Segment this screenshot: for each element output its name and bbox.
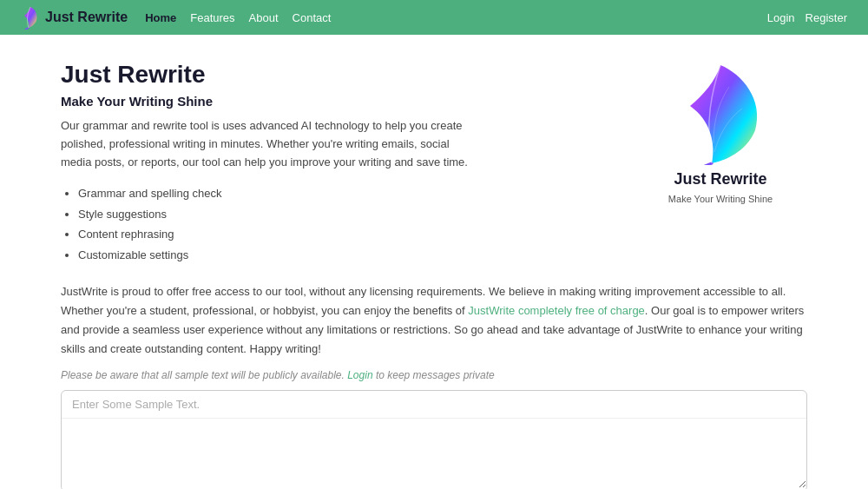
textarea-placeholder-label: Enter Some Sample Text. xyxy=(62,391,806,419)
register-link[interactable]: Register xyxy=(806,11,847,24)
main-container: Just Rewrite Make Your Writing Shine Our… xyxy=(43,35,825,489)
navbar-brand[interactable]: Just Rewrite xyxy=(21,5,128,30)
hero-section: Just Rewrite Make Your Writing Shine Our… xyxy=(61,61,807,265)
nav-contact[interactable]: Contact xyxy=(293,10,332,24)
logo-brand-name: Just Rewrite xyxy=(674,170,766,188)
navbar-left: Just Rewrite Home Features About Contact xyxy=(21,5,331,30)
hero-title: Just Rewrite xyxy=(61,61,477,89)
navbar: Just Rewrite Home Features About Contact… xyxy=(0,0,868,35)
nav-about[interactable]: About xyxy=(249,10,279,24)
nav-home[interactable]: Home xyxy=(145,10,176,24)
info-paragraph: JustWrite is proud to offer free access … xyxy=(61,282,807,359)
logo-tagline: Make Your Writing Shine xyxy=(668,194,773,204)
navbar-links: Home Features About Contact xyxy=(145,10,331,24)
nav-features[interactable]: Features xyxy=(190,10,234,24)
feature-item: Grammar and spelling check xyxy=(78,183,477,203)
hero-logo-area: Just Rewrite Make Your Writing Shine xyxy=(634,61,807,204)
hero-feature-list: Grammar and spelling check Style suggest… xyxy=(61,183,477,265)
logo-illustration xyxy=(660,61,781,165)
hero-description: Our grammar and rewrite tool is uses adv… xyxy=(61,117,477,171)
hero-text: Just Rewrite Make Your Writing Shine Our… xyxy=(61,61,477,265)
notice-after: to keep messages private xyxy=(376,369,495,381)
notice-login-link[interactable]: Login xyxy=(347,369,372,381)
login-link[interactable]: Login xyxy=(767,11,795,24)
hero-feather-icon xyxy=(660,61,781,165)
brand-name: Just Rewrite xyxy=(45,10,128,25)
sample-text-container: Enter Some Sample Text. xyxy=(61,390,807,489)
brand-logo-icon xyxy=(21,5,40,30)
public-notice: Please be aware that all sample text wil… xyxy=(61,369,807,381)
feature-item: Content rephrasing xyxy=(78,224,477,244)
navbar-right: Login Register xyxy=(767,11,847,24)
free-link[interactable]: JustWrite completely free of charge xyxy=(468,304,645,317)
feature-item: Customizable settings xyxy=(78,245,477,265)
hero-subtitle: Make Your Writing Shine xyxy=(61,94,477,109)
notice-before: Please be aware that all sample text wil… xyxy=(61,369,345,381)
feature-item: Style suggestions xyxy=(78,204,477,224)
sample-text-input[interactable] xyxy=(62,419,806,488)
